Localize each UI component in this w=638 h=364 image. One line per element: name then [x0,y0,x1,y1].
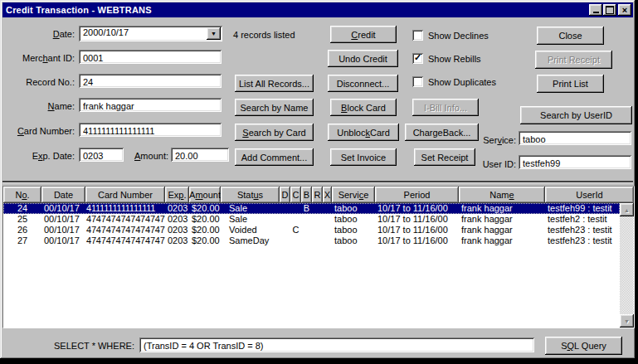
checkbox-box[interactable]: ✓ [412,76,423,87]
cell-period: 10/17 to 11/16/00 [375,235,459,246]
table-body[interactable]: 2400/10/1741111111111111110203$20.00Sale… [3,203,620,328]
cell-service: taboo [332,214,375,225]
show-duplicates-checkbox[interactable]: ✓ Show Duplicates [412,76,496,87]
block-card-button[interactable]: Block Card [330,99,397,116]
column-header-x[interactable]: X [323,187,332,203]
table-row[interactable]: 2500/10/1747474747474747470203$20.00Sale… [3,214,620,225]
cell-status: Voided [221,225,280,235]
user-id-label: User ID: [465,159,516,169]
transactions-list: No.DateCard NumberExp.AmountStatusDCBRXS… [2,186,635,328]
cell-x [323,225,332,235]
close-button[interactable]: Close [537,27,604,45]
date-combobox[interactable]: 2000/10/17 ▼ [79,26,222,41]
undo-credit-button[interactable]: Undo Credit [328,50,398,67]
column-header-card[interactable]: Card Number [85,187,165,203]
cell-period: 10/17 to 11/16/00 [375,203,459,214]
cell-c [290,214,301,225]
cell-no: 26 [3,225,41,235]
cell-amount: $20.00 [189,203,221,214]
add-comment-button[interactable]: Add Comment... [235,148,314,166]
column-header-status[interactable]: Status [221,187,280,203]
cell-b [301,225,312,235]
name-field[interactable] [79,98,222,112]
set-invoice-button[interactable]: Set Invoice [330,148,397,166]
card-number-field[interactable] [79,123,222,137]
amount-field[interactable] [171,148,229,162]
sql-query-button[interactable]: SQL Query [545,337,622,355]
checkbox-box[interactable]: ✓ [412,30,423,41]
search-by-userid-button[interactable]: Search by UserID [520,106,632,124]
card-number-label: Card Number: [0,126,75,136]
column-header-date[interactable]: Date [41,187,85,203]
cell-amount: $20.00 [189,214,221,225]
titlebar[interactable]: Credit Transaction - WEBTRANS [2,2,633,17]
print-receipt-button[interactable]: Print Receipt [535,51,612,69]
cell-userid: testfeh99 : testit [545,203,616,214]
ibill-info-button[interactable]: I-Bill Info... [412,99,479,116]
records-listed-text: 4 records listed [233,30,295,40]
service-field[interactable] [519,131,631,145]
merchant-id-field[interactable] [79,50,222,64]
show-declines-checkbox[interactable]: ✓ Show Declines [412,30,489,41]
column-header-amount[interactable]: Amount [189,187,221,203]
vertical-scrollbar[interactable]: ▲ ▼ [620,203,634,328]
minimize-button[interactable] [589,4,602,16]
scroll-down-button[interactable]: ▼ [620,314,634,328]
scroll-down-icon: ▼ [624,318,630,324]
column-header-b[interactable]: B [301,187,312,203]
unblock-card-button[interactable]: Unblock Card [328,124,399,141]
cell-c: C [290,225,301,235]
cell-d [280,203,290,214]
column-header-c[interactable]: C [290,187,301,203]
show-rebills-checkbox[interactable]: ✓ Show Rebills [412,53,481,64]
search-by-name-button[interactable]: Search by Name [235,99,314,116]
column-header-service[interactable]: Service [332,187,375,203]
exp-date-label: Exp. Date: [0,151,75,161]
column-header-r[interactable]: R [312,187,323,203]
cell-exp: 0203 [165,214,189,225]
date-dropdown-button[interactable]: ▼ [207,27,221,40]
separator-line [2,181,633,183]
cell-x [323,203,332,214]
print-list-button[interactable]: Print List [537,75,604,93]
sql-where-field[interactable] [139,337,534,352]
table-row[interactable]: 2600/10/1747474747474747470203$20.00Void… [3,225,620,235]
cell-r [312,235,323,246]
cell-exp: 0203 [165,225,189,235]
cell-exp: 0203 [165,203,189,214]
column-header-period[interactable]: Period [375,187,459,203]
service-label: Service: [465,135,516,145]
chevron-down-icon: ▼ [211,31,217,36]
column-header-d[interactable]: D [280,187,290,203]
search-by-card-button[interactable]: Search by Card [235,124,314,141]
table-row[interactable]: 2700/10/1747474747474747470203$20.00Same… [3,235,620,246]
cell-x [323,214,332,225]
credit-transaction-window: Credit Transaction - WEBTRANS × Date: 20… [0,0,636,359]
credit-button[interactable]: Credit [330,26,397,43]
cell-r [312,203,323,214]
cell-name: frank haggar [459,214,545,225]
date-value: 2000/10/17 [83,27,129,37]
cell-date: 00/10/17 [41,235,85,246]
cell-amount: $20.00 [189,225,221,235]
close-window-button[interactable]: × [618,4,631,16]
sql-where-label: SELECT * WHERE: [17,341,134,351]
table-row[interactable]: 2400/10/1741111111111111110203$20.00Sale… [3,203,620,214]
cell-name: frank haggar [459,235,545,246]
column-header-exp[interactable]: Exp. [165,187,189,203]
scroll-up-button[interactable]: ▲ [620,203,634,216]
column-header-no[interactable]: No. [3,187,41,203]
column-header-userid[interactable]: UserId [545,187,634,203]
record-no-field[interactable] [79,74,222,88]
column-header-name[interactable]: Name [459,187,545,203]
list-all-records-button[interactable]: List All Records... [235,75,314,92]
cell-b: B [301,203,312,214]
table-header: No.DateCard NumberExp.AmountStatusDCBRXS… [3,187,634,203]
maximize-button[interactable] [603,4,616,16]
cell-date: 00/10/17 [41,225,85,235]
user-id-field[interactable] [519,155,631,169]
cell-userid: testfeh23 : testit [545,235,616,246]
cell-userid: testfeh2 : testit [545,214,616,225]
checkbox-box[interactable]: ✓ [412,53,423,64]
disconnect-button[interactable]: Disconnect... [328,75,398,92]
